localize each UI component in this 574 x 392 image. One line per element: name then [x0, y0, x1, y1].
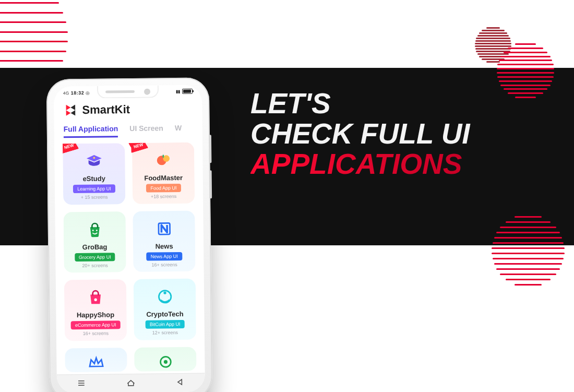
headline-line1: LET'S — [250, 89, 553, 119]
card-tag: News App UI — [147, 252, 182, 260]
smartkit-logo-icon — [63, 103, 78, 117]
nav-recent-icon[interactable] — [76, 377, 87, 390]
card-subtitle: + 15 screens — [81, 194, 108, 200]
crown-icon — [86, 353, 106, 372]
food-icon — [153, 150, 174, 171]
card-subtitle: +18 screens — [151, 194, 176, 199]
card-title: FoodMaster — [144, 174, 183, 182]
headline-line2: CHECK FULL UI — [250, 119, 553, 149]
decor-stripe-circle-tr-small — [475, 26, 511, 63]
headline-line3: APPLICATIONS — [250, 149, 553, 180]
card-title: News — [156, 242, 173, 250]
app-card-happyshop[interactable]: HappyShopeCommerce App UI16+ screens — [64, 279, 127, 341]
card-title: eStudy — [83, 174, 105, 182]
card-subtitle: 16+ screens — [83, 330, 109, 336]
phone-mockup: 4G 18:32 ◎ ▮▮ SmartKit Full Application … — [46, 77, 212, 392]
card-title: GroBag — [82, 243, 107, 251]
app-card-estudy[interactable]: NEWeStudyLearning App UI+ 15 screens — [63, 143, 125, 205]
card-tag: eCommerce App UI — [71, 320, 121, 329]
app-card-peek[interactable] — [134, 347, 196, 371]
card-tag: Grocery App UI — [75, 253, 115, 262]
tab-w[interactable]: W — [175, 124, 182, 137]
shop-bag-icon — [85, 287, 105, 307]
card-subtitle: 20+ screens — [82, 263, 107, 268]
circle-icon — [155, 352, 176, 371]
card-title: CryptoTech — [146, 310, 183, 318]
new-badge: NEW — [63, 142, 79, 154]
android-nav-bar — [57, 373, 205, 392]
nav-back-icon[interactable] — [175, 376, 185, 389]
svg-rect-3 — [162, 155, 164, 158]
crypto-icon — [154, 286, 175, 307]
card-tag: Learning App UI — [73, 184, 115, 193]
app-card-cryptotech[interactable]: CryptoTechBitCoin App UI12+ screens — [134, 279, 196, 340]
card-title: HappyShop — [77, 311, 114, 319]
grad-cap-icon — [83, 150, 104, 171]
new-badge: NEW — [128, 142, 148, 153]
card-tag: BitCoin App UI — [146, 320, 185, 329]
app-card-peek[interactable] — [65, 348, 127, 372]
card-subtitle: 12+ screens — [152, 330, 178, 336]
app-card-grobag[interactable]: GroBagGrocery App UI20+ screens — [63, 211, 126, 273]
app-card-news[interactable]: NewsNews App UI16+ screens — [133, 210, 195, 272]
tab-full-application[interactable]: Full Application — [64, 124, 118, 138]
app-card-foodmaster[interactable]: NEWFoodMasterFood App UI+18 screens — [132, 142, 195, 204]
card-subtitle: 16+ screens — [151, 262, 177, 268]
bag-icon — [84, 219, 105, 240]
app-title: SmartKit — [82, 103, 130, 117]
tab-ui-screen[interactable]: UI Screen — [129, 124, 163, 137]
hero-headline: LET'S CHECK FULL UI APPLICATIONS — [250, 89, 553, 179]
svg-point-10 — [163, 360, 167, 363]
card-tag: Food App UI — [146, 184, 181, 193]
tab-bar: Full Application UI Screen W — [64, 124, 202, 138]
app-card-grid: NEWeStudyLearning App UI+ 15 screensNEWF… — [63, 142, 197, 373]
letter-n-icon — [153, 218, 174, 239]
nav-home-icon[interactable] — [126, 377, 136, 389]
